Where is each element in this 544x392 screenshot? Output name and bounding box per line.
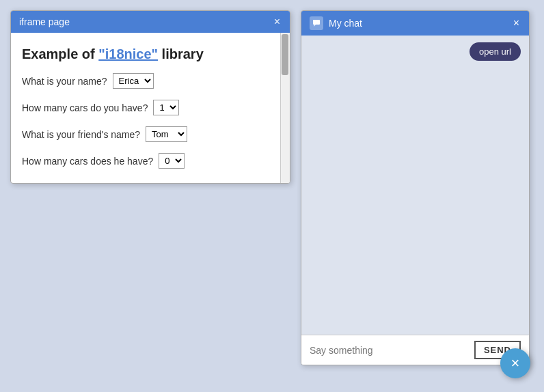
chat-bubble-icon	[310, 16, 323, 30]
form-row-name: What is your name? Erica Tom Alice Bob	[22, 73, 273, 89]
chat-titlebar-left: My chat	[310, 16, 362, 30]
chat-body	[301, 68, 529, 335]
chat-titlebar: My chat ×	[301, 11, 529, 36]
q2-select[interactable]: 0 1 2 3	[153, 100, 179, 115]
q2-label: How many cars do you have?	[22, 102, 148, 113]
svg-marker-1	[314, 25, 316, 27]
iframe-main-title: Example of "i18nice" library	[22, 46, 273, 62]
iframe-content: Example of "i18nice" library What is you…	[11, 33, 290, 183]
float-close-button[interactable]: ×	[500, 348, 530, 378]
iframe-title-before: Example of	[22, 46, 98, 61]
iframe-title: iframe page	[19, 16, 70, 27]
open-url-button[interactable]: open url	[470, 42, 521, 61]
iframe-panel: iframe page × Example of "i18nice" libra…	[10, 10, 290, 184]
chat-input-row: SEND	[301, 335, 529, 365]
iframe-scrollbar-thumb[interactable]	[282, 34, 288, 75]
iframe-scrollbar[interactable]	[280, 33, 290, 183]
chat-title: My chat	[329, 18, 362, 29]
chat-panel: My chat × open url SEND	[301, 10, 530, 365]
chat-input[interactable]	[310, 345, 469, 356]
iframe-title-after: library	[158, 46, 204, 61]
form-row-friend-cars: How many cars does he have? 0 1 2 3	[22, 153, 273, 169]
q1-select[interactable]: Erica Tom Alice Bob	[113, 73, 154, 89]
iframe-close-button[interactable]: ×	[273, 16, 282, 27]
chat-close-button[interactable]: ×	[512, 18, 521, 29]
chat-header-actions: open url	[301, 36, 529, 68]
form-row-cars: How many cars do you have? 0 1 2 3	[22, 100, 273, 115]
iframe-title-link[interactable]: "i18nice"	[98, 46, 158, 61]
svg-rect-0	[313, 20, 320, 25]
q3-select[interactable]: Tom Alice Bob Dave	[146, 126, 187, 142]
q1-label: What is your name?	[22, 76, 107, 87]
form-row-friend: What is your friend's name? Tom Alice Bo…	[22, 126, 273, 142]
q4-label: How many cars does he have?	[22, 156, 153, 167]
q3-label: What is your friend's name?	[22, 129, 140, 140]
iframe-titlebar: iframe page ×	[11, 11, 290, 33]
q4-select[interactable]: 0 1 2 3	[159, 153, 185, 169]
